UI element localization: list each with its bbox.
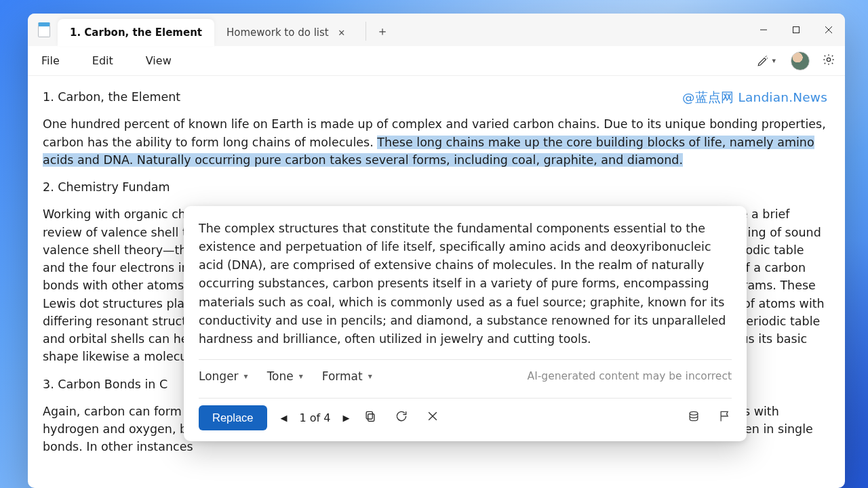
window-controls xyxy=(747,14,845,46)
option-label: Format xyxy=(322,369,363,383)
tab-carbon[interactable]: 1. Carbon, the Element xyxy=(58,19,214,46)
new-tab-button[interactable]: ＋ xyxy=(366,22,393,41)
svg-point-9 xyxy=(690,412,698,415)
prev-suggestion-button[interactable]: ◀ xyxy=(281,413,288,423)
svg-rect-1 xyxy=(793,27,800,33)
tab-homework[interactable]: Homework to do list ✕ xyxy=(214,19,360,46)
chevron-down-icon: ▾ xyxy=(368,371,372,381)
tab-label: 1. Carbon, the Element xyxy=(70,26,202,39)
close-button[interactable] xyxy=(812,14,845,46)
app-icon xyxy=(33,14,55,46)
gear-icon xyxy=(822,53,835,66)
regenerate-button[interactable] xyxy=(395,409,408,426)
menubar: File Edit View ▾ xyxy=(28,46,845,76)
ai-disclaimer: AI-generated content may be incorrect xyxy=(528,370,732,382)
chevron-down-icon: ▾ xyxy=(244,371,248,381)
replace-button[interactable]: Replace xyxy=(199,405,267,430)
titlebar: 1. Carbon, the Element Homework to do li… xyxy=(28,14,845,46)
magic-pen-icon xyxy=(757,55,769,67)
refresh-icon xyxy=(395,409,408,423)
ai-footer: Replace ◀ 1 of 4 ▶ xyxy=(184,399,747,441)
svg-rect-6 xyxy=(366,412,372,420)
tab-label: Homework to do list xyxy=(226,26,329,39)
ai-rewrite-popover: The complex structures that constitute t… xyxy=(184,206,747,441)
settings-button[interactable] xyxy=(822,53,835,69)
svg-rect-5 xyxy=(368,414,374,422)
close-tab-icon[interactable]: ✕ xyxy=(336,26,348,39)
doc-paragraph-1: One hundred percent of known life on Ear… xyxy=(43,115,830,169)
copy-icon xyxy=(363,409,377,423)
ai-suggestion-text: The complex structures that constitute t… xyxy=(184,206,747,355)
next-suggestion-button[interactable]: ▶ xyxy=(343,413,350,423)
app-window: 1. Carbon, the Element Homework to do li… xyxy=(28,14,845,488)
menu-file[interactable]: File xyxy=(37,52,64,70)
maximize-button[interactable] xyxy=(780,14,812,46)
option-longer[interactable]: Longer ▾ xyxy=(199,369,248,383)
feedback-button[interactable] xyxy=(718,409,732,426)
menu-view[interactable]: View xyxy=(142,52,176,70)
notepad-icon xyxy=(38,22,50,37)
avatar[interactable] xyxy=(791,52,810,70)
chevron-down-icon: ▾ xyxy=(772,56,776,65)
copy-button[interactable] xyxy=(363,409,377,426)
tabs: 1. Carbon, the Element Homework to do li… xyxy=(58,14,360,46)
flag-icon xyxy=(718,409,732,423)
pager-label: 1 of 4 xyxy=(300,411,331,424)
suggestion-pager: ◀ 1 of 4 ▶ xyxy=(281,411,350,424)
doc-heading-2: 2. Chemistry Fundam xyxy=(43,178,830,196)
option-label: Longer xyxy=(199,369,239,383)
option-format[interactable]: Format ▾ xyxy=(322,369,372,383)
minimize-button[interactable] xyxy=(747,14,780,46)
ai-options-row: Longer ▾ Tone ▾ Format ▾ AI-generated co… xyxy=(184,360,747,394)
option-tone[interactable]: Tone ▾ xyxy=(267,369,303,383)
coins-icon xyxy=(687,409,701,423)
dismiss-button[interactable] xyxy=(426,409,439,426)
close-icon xyxy=(426,409,439,423)
chevron-down-icon: ▾ xyxy=(299,371,303,381)
svg-point-4 xyxy=(827,58,830,61)
watermark-text: @蓝点网 Landian.News xyxy=(682,88,827,107)
menu-edit[interactable]: Edit xyxy=(88,52,117,70)
credits-button[interactable] xyxy=(687,409,701,426)
ai-rewrite-button[interactable]: ▾ xyxy=(754,54,778,68)
option-label: Tone xyxy=(267,369,294,383)
